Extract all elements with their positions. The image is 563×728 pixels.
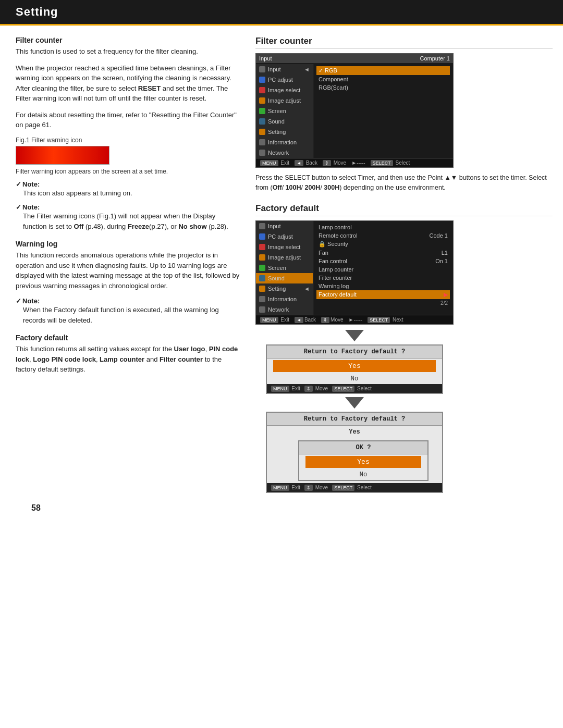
menu-item-information: Information — [256, 137, 313, 147]
sound-icon — [259, 118, 265, 125]
filter-counter-menu: Input Computer 1 Input ◄ PC adjust — [255, 53, 454, 168]
dialog1-title: Return to Factory default ? — [267, 346, 442, 359]
fig1-caption: Filter warning icon appears on the scree… — [16, 168, 240, 175]
fi-network-icon — [259, 306, 265, 313]
fr-lampcontrol: Lamp control — [316, 223, 450, 231]
ok-dialog-title: OK ? — [299, 441, 427, 454]
factory-default-right-title: Factory default — [255, 203, 553, 216]
fi-imageselect-icon — [259, 244, 265, 250]
dialog1-yes[interactable]: Yes — [273, 360, 436, 372]
input-icon — [259, 66, 265, 72]
factory-left-information: Information — [256, 294, 313, 304]
menu-header-right: Computer 1 — [420, 55, 450, 61]
menu-item-setting: Setting — [256, 127, 313, 137]
note1-block: Note: This icon also appears at turning … — [16, 180, 240, 199]
menu-right: ✓ RGB Component RGB(Scart) — [313, 64, 453, 158]
fr-warninglog: Warning log — [316, 282, 450, 290]
menu-right-rgb: ✓ RGB — [316, 66, 450, 75]
dialog1: Return to Factory default ? Yes No MENU … — [266, 344, 443, 394]
filter-counter-heading: Filter counter — [16, 36, 240, 44]
dialog2-title: Return to Factory default ? — [267, 413, 442, 426]
factory-default-right-section: Factory default Input PC adjust — [255, 203, 553, 493]
note3-text: When the Factory default function is exe… — [23, 305, 240, 325]
menu-item-screen: Screen — [256, 106, 313, 116]
ok-dialog-no[interactable]: No — [299, 470, 427, 480]
main-content: Filter counter This function is used to … — [0, 26, 563, 514]
fi-imageadjust-icon — [259, 254, 265, 261]
arrow-1 — [255, 330, 454, 341]
menu-item-input: Input ◄ — [256, 64, 313, 75]
fi-screen-icon — [259, 265, 265, 271]
factory-left-col: Input PC adjust Image select Image — [256, 221, 313, 315]
menu-item-sound: Sound — [256, 116, 313, 127]
dialog1-bottom-bar: MENU Exit ⇕ Move SELECT Select — [267, 384, 442, 393]
factory-left-setting: Setting ◄ — [256, 283, 313, 294]
fr-fan: FanL1 — [316, 249, 450, 257]
factory-left-input: Input — [256, 221, 313, 231]
fr-security: 🔒 Security — [316, 240, 450, 249]
fig1-label: Fig.1 Filter warning icon — [16, 137, 240, 144]
network-icon — [259, 150, 265, 156]
factory-default-left-body: This function returns all setting values… — [16, 344, 240, 375]
warning-log-body: This function records anomalous operatio… — [16, 250, 240, 291]
dialog2-container: Return to Factory default ? Yes OK ? Yes… — [255, 412, 454, 493]
fi-pcadjust-icon — [259, 233, 265, 240]
note3-label: Note: — [16, 297, 240, 305]
menu-bottom-bar: MENU Exit ◄ Back ⇕ Move ►----- SELECT Se… — [256, 158, 453, 167]
filter-counter-intro: This function is used to set a frequency… — [16, 46, 240, 57]
dialog2: Return to Factory default ? Yes OK ? Yes… — [266, 412, 443, 493]
menu-header: Input Computer 1 — [256, 54, 453, 63]
fi-sound-icon — [259, 275, 265, 281]
page-header: Setting — [0, 0, 563, 26]
warning-log-section: Warning log This function records anomal… — [16, 240, 240, 325]
menu-header-left: Input — [259, 55, 272, 61]
factory-left-imageselect: Image select — [256, 242, 313, 252]
dialog2-bottom-bar: MENU Exit ⇕ Move SELECT Select — [267, 483, 442, 492]
dialog1-container: Return to Factory default ? Yes No MENU … — [255, 344, 454, 394]
arrow-2 — [255, 397, 454, 409]
fr-factorydefault: Factory default ▶ — [316, 290, 450, 299]
filter-counter-body1: When the projector reached a specified t… — [16, 63, 240, 104]
note1-text: This icon also appears at turning on. — [23, 188, 240, 199]
left-column: Filter counter This function is used to … — [16, 36, 240, 503]
arrow-down-icon-2 — [345, 397, 364, 409]
factory-default-left-heading: Factory default — [16, 334, 240, 342]
menu-right-rgbscart: RGB(Scart) — [316, 83, 450, 92]
factory-left-imageadjust: Image adjust — [256, 252, 313, 263]
filter-counter-body2: For details about resetting the timer, r… — [16, 110, 240, 130]
note3-block: Note: When the Factory default function … — [16, 297, 240, 325]
factory-menu: Input PC adjust Image select Image — [255, 220, 454, 325]
page-indicator: 2/2 — [316, 299, 450, 307]
menu-item-imageadjust: Image adjust — [256, 95, 313, 106]
filter-counter-desc: Press the SELECT button to select Timer,… — [255, 173, 553, 193]
factory-right-col: Lamp control Remote controlCode 1 🔒 Secu… — [313, 221, 453, 315]
imageselect-icon — [259, 87, 265, 93]
fi-information-icon — [259, 296, 265, 302]
screen-icon — [259, 108, 265, 114]
factory-bottom-bar: MENU Exit ◄Back ⇕Move ►----- SELECT Next — [256, 315, 453, 324]
fr-lampcounter: Lamp counter — [316, 265, 450, 274]
note2-block: Note: The Filter warning icons (Fig.1) w… — [16, 203, 240, 231]
filter-counter-right-title: Filter counter — [255, 36, 553, 49]
factory-left-sound: Sound — [256, 273, 313, 283]
right-column: Filter counter Input Computer 1 Input ◄ — [255, 36, 553, 503]
menu-left: Input ◄ PC adjust Image select — [256, 64, 313, 158]
ok-dialog-yes[interactable]: Yes — [305, 456, 421, 468]
setting-icon — [259, 129, 265, 135]
fr-remotecontrol: Remote controlCode 1 — [316, 231, 450, 240]
dialog1-no[interactable]: No — [267, 374, 442, 384]
dialog2-yes[interactable]: Yes — [267, 426, 442, 438]
menu-item-network: Network — [256, 147, 313, 158]
note2-label: Note: — [16, 203, 240, 211]
warning-log-heading: Warning log — [16, 240, 240, 248]
information-icon — [259, 139, 265, 145]
factory-left-network: Network — [256, 304, 313, 315]
arrow-down-icon-1 — [345, 330, 364, 341]
page-title: Setting — [16, 5, 547, 19]
fi-setting-icon — [259, 286, 265, 292]
menu-item-pcadjust: PC adjust — [256, 75, 313, 85]
filter-counter-section: Filter counter This function is used to … — [16, 36, 240, 231]
pcadjust-icon — [259, 77, 265, 83]
fr-fancontrol: Fan controlOn 1 — [316, 257, 450, 265]
menu-inner: Input ◄ PC adjust Image select — [256, 64, 453, 158]
